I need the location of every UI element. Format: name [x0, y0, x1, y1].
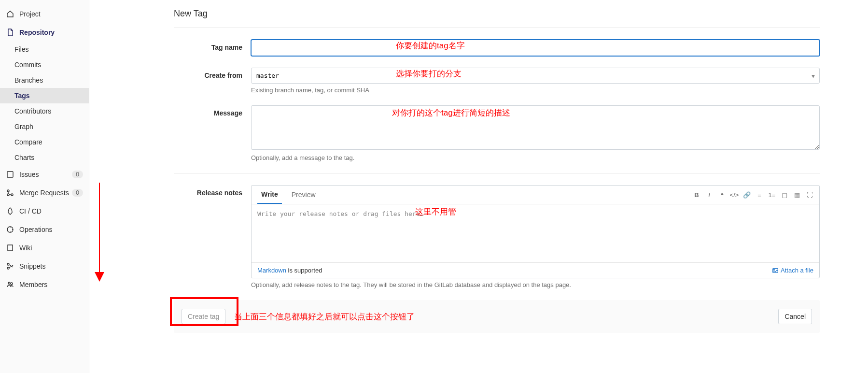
markdown-link[interactable]: Markdown	[257, 267, 286, 274]
sidebar-item-wiki[interactable]: Wiki	[0, 239, 89, 257]
sidebar-label: Wiki	[19, 244, 32, 252]
message-textarea[interactable]	[251, 105, 820, 150]
issues-icon	[6, 170, 14, 179]
sidebar-label: CI / CD	[19, 207, 42, 215]
create-from-label: Create from	[174, 68, 251, 79]
release-notes-textarea[interactable]: Write your release notes or drag files h…	[252, 204, 819, 262]
sidebar-item-repository[interactable]: Repository	[0, 23, 89, 42]
sidebar-sub-branches[interactable]: Branches	[0, 72, 89, 88]
svg-point-6	[7, 267, 9, 269]
svg-point-5	[7, 263, 9, 265]
tab-preview[interactable]: Preview	[288, 186, 320, 203]
sidebar-label: Members	[19, 281, 47, 288]
issues-badge: 0	[72, 171, 83, 178]
markdown-support-text: Markdown is supported	[257, 267, 322, 274]
editor-toolbar: B I ❝ </> 🔗 ≡ 1≡ ▢ ▦ ⛶	[693, 191, 813, 199]
sidebar-sub-graph[interactable]: Graph	[0, 119, 89, 134]
create-from-select[interactable]	[251, 68, 820, 84]
divider	[174, 28, 820, 28]
annotation-arrow	[92, 183, 107, 284]
main-content: New Tag Tag name 你要创建的tag名字 Create from …	[89, 0, 868, 373]
attach-file-button[interactable]: Attach a file	[772, 267, 813, 274]
tab-write[interactable]: Write	[257, 186, 282, 204]
tag-name-label: Tag name	[174, 40, 251, 51]
bullet-list-icon[interactable]: ≡	[756, 191, 763, 199]
create-tag-button[interactable]: Create tag	[182, 309, 225, 324]
sidebar-label: Snippets	[19, 262, 45, 270]
sidebar-item-members[interactable]: Members	[0, 275, 89, 294]
sidebar-label: Project	[19, 10, 41, 18]
sidebar: Project Repository Files Commits Branche…	[0, 0, 89, 373]
create-from-helper: Existing branch name, tag, or commit SHA	[251, 86, 820, 94]
italic-icon[interactable]: I	[705, 191, 713, 199]
quote-icon[interactable]: ❝	[718, 191, 726, 199]
sidebar-label: Operations	[19, 226, 52, 233]
sidebar-item-cicd[interactable]: CI / CD	[0, 202, 89, 220]
svg-point-1	[7, 190, 9, 192]
sidebar-sub-commits[interactable]: Commits	[0, 57, 89, 72]
number-list-icon[interactable]: 1≡	[768, 191, 776, 199]
svg-point-2	[7, 194, 9, 196]
merge-icon	[6, 188, 14, 197]
rocket-icon	[6, 207, 14, 215]
fullscreen-icon[interactable]: ⛶	[806, 191, 813, 199]
table-icon[interactable]: ▦	[793, 191, 801, 199]
merge-badge: 0	[72, 189, 83, 197]
svg-point-3	[11, 194, 13, 196]
sidebar-item-project[interactable]: Project	[0, 5, 89, 23]
sidebar-item-snippets[interactable]: Snippets	[0, 257, 89, 275]
scissors-icon	[6, 262, 14, 271]
sidebar-label: Repository	[19, 29, 55, 36]
members-icon	[6, 280, 14, 289]
file-icon	[6, 28, 14, 37]
divider	[174, 173, 820, 173]
message-label: Message	[174, 105, 251, 117]
svg-point-7	[8, 282, 10, 284]
home-icon	[6, 10, 14, 18]
bold-icon[interactable]: B	[693, 191, 700, 199]
sidebar-sub-tags[interactable]: Tags	[0, 88, 89, 103]
svg-rect-0	[7, 172, 13, 177]
book-icon	[6, 244, 14, 252]
sidebar-sub-compare[interactable]: Compare	[0, 134, 89, 150]
sidebar-sub-contributors[interactable]: Contributors	[0, 103, 89, 119]
sidebar-item-operations[interactable]: Operations	[0, 220, 89, 239]
code-icon[interactable]: </>	[730, 191, 738, 199]
svg-point-8	[11, 283, 13, 285]
svg-point-10	[774, 269, 775, 270]
tag-name-input[interactable]	[251, 40, 820, 56]
sidebar-item-issues[interactable]: Issues 0	[0, 165, 89, 184]
sidebar-sub-charts[interactable]: Charts	[0, 150, 89, 165]
annotation-create: 当上面三个信息都填好之后就可以点击这个按钮了	[234, 311, 415, 322]
release-notes-helper: Optionally, add release notes to the tag…	[251, 281, 820, 288]
sidebar-item-merge[interactable]: Merge Requests 0	[0, 184, 89, 202]
page-title: New Tag	[174, 9, 820, 19]
sidebar-label: Issues	[19, 171, 39, 178]
form-footer: Create tag 当上面三个信息都填好之后就可以点击这个按钮了 Cancel	[174, 300, 820, 333]
release-notes-editor: Write Preview B I ❝ </> 🔗 ≡ 1≡ ▢ ▦	[251, 185, 820, 278]
operations-icon	[6, 225, 14, 234]
release-notes-label: Release notes	[174, 185, 251, 197]
link-icon[interactable]: 🔗	[743, 191, 751, 199]
sidebar-label: Merge Requests	[19, 189, 69, 197]
message-helper: Optionally, add a message to the tag.	[251, 154, 820, 161]
sidebar-sub-files[interactable]: Files	[0, 42, 89, 57]
cancel-button[interactable]: Cancel	[778, 309, 812, 324]
task-list-icon[interactable]: ▢	[781, 191, 788, 199]
